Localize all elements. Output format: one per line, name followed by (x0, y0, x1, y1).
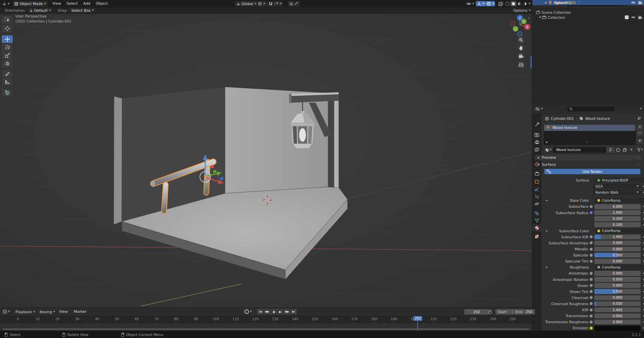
property-value-field[interactable]: ColorRamp ▼ (595, 229, 644, 234)
timeline-track-area[interactable] (0, 323, 532, 328)
remove-slot-button[interactable]: − (637, 130, 643, 136)
preview-panel-header[interactable]: ▶ Preview ⠿ (535, 155, 642, 160)
camera-view-button[interactable] (517, 52, 525, 60)
snap-toggle-group[interactable]: ▼ (267, 1, 283, 7)
pin-icon[interactable] (637, 116, 641, 121)
outliner-scene-collection-row[interactable]: Scene Collection (532, 10, 644, 15)
camera-visibility-icon[interactable] (638, 16, 642, 19)
property-value-field[interactable]: 0.000 ▼ (594, 320, 641, 325)
shading-solid-button[interactable]: ● (511, 1, 516, 6)
preview-range-button[interactable] (488, 310, 492, 314)
auto-keying-button[interactable]: ▼ (243, 309, 253, 315)
eye-icon[interactable] (631, 1, 636, 4)
show-overlays-toggle[interactable]: ▼ (485, 1, 495, 6)
material-slot-row[interactable]: Wood texture (544, 125, 635, 131)
viewport-3d[interactable] (0, 0, 532, 307)
material-filter-button[interactable]: ▼ (637, 148, 643, 152)
tool-move[interactable] (2, 35, 13, 43)
tab-material[interactable] (532, 224, 541, 232)
tab-particles[interactable] (532, 193, 541, 200)
property-value-field[interactable]: Principled BSDF ▼ (595, 178, 644, 183)
properties-editor-button[interactable]: ▼ (535, 107, 543, 111)
transform-orientation-dropdown[interactable]: Global ▼ (235, 1, 258, 7)
property-value-field[interactable]: 0.500 ▼ (594, 253, 641, 258)
property-value-field[interactable]: 0.000 ▼ (594, 295, 641, 300)
property-value-field[interactable]: 1.000 ▼ (594, 210, 641, 215)
expand-property-icon[interactable]: ▶ (546, 199, 548, 202)
region-scroll-indicator[interactable] (531, 56, 532, 68)
material-users-count[interactable]: 2 (606, 147, 614, 153)
jump-to-end-button[interactable]: ▶| (290, 309, 297, 315)
zoom-view-button[interactable] (517, 36, 525, 44)
shading-material-button[interactable]: ◐ (517, 1, 522, 6)
tab-render[interactable] (532, 131, 541, 138)
previous-keyframe-button[interactable]: ◀◆ (264, 309, 270, 315)
drag-mode-dropdown[interactable]: Select Box ▼ (69, 8, 95, 13)
mode-dropdown[interactable]: Object Mode ▼ (13, 1, 48, 7)
tab-view-layer[interactable] (532, 146, 541, 153)
tool-annotate[interactable] (2, 69, 13, 78)
tab-modifiers[interactable] (532, 185, 541, 193)
play-button[interactable]: ▶ (277, 309, 283, 315)
orientation-default-dropdown[interactable]: Default ▼ (28, 8, 53, 13)
unlink-material-button[interactable]: × (628, 147, 635, 153)
tool-add-cube[interactable] (2, 89, 13, 97)
property-value-field[interactable]: 0.000 ▼ (594, 247, 641, 252)
tab-output[interactable] (532, 138, 541, 146)
slot-list-expand-icon[interactable]: ▶ (546, 141, 548, 144)
tool-scale[interactable] (2, 51, 13, 59)
tab-constraints[interactable] (532, 209, 541, 217)
show-gizmo-toggle[interactable]: ▼ (476, 1, 485, 6)
jump-to-start-button[interactable]: |◀ (257, 309, 263, 315)
browse-material-button[interactable]: ▼ (544, 147, 553, 153)
tab-tool[interactable] (532, 121, 541, 128)
menu-object[interactable]: Object (93, 0, 110, 7)
menu-select[interactable]: Select (64, 0, 80, 7)
slot-specials-button[interactable]: ▼ (637, 139, 643, 144)
sidebar-collapse-arrow[interactable]: ‹ (528, 15, 529, 20)
property-value-field[interactable]: 0.100 ▼ (594, 222, 641, 227)
tab-object-data[interactable] (532, 217, 541, 224)
timeline-ruler[interactable]: 0 10 20 30 40 50 60 70 80 90 (0, 316, 532, 323)
add-slot-button[interactable]: + (637, 124, 643, 130)
fake-user-button[interactable] (615, 147, 621, 153)
shading-wireframe-button[interactable]: ◯ (504, 1, 510, 6)
timeline-marker-menu[interactable]: Marker (71, 308, 89, 316)
property-value-field[interactable]: 0.500 ▼ (594, 289, 641, 294)
property-value-field[interactable]: ColorRamp ▼ (595, 265, 644, 270)
tool-transform[interactable] (2, 60, 13, 68)
current-frame-field[interactable]: 202 (464, 309, 489, 315)
collection-checkbox[interactable]: ✓ (625, 15, 629, 19)
tab-texture[interactable] (532, 233, 541, 240)
expand-property-icon[interactable]: ▶ (546, 230, 548, 232)
perspective-toggle-button[interactable] (517, 61, 525, 68)
property-value-field[interactable]: 0.200 ▼ (594, 216, 641, 221)
property-value-field[interactable]: ▼ (594, 326, 641, 331)
breadcrumb-object[interactable]: Cylinder.001 (551, 116, 574, 121)
playback-menu[interactable]: Playback▼ (13, 308, 37, 316)
timeline-scrollbar[interactable] (3, 328, 529, 330)
tool-cursor[interactable] (2, 25, 13, 33)
timeline-editor-button[interactable]: ▼ (3, 309, 10, 314)
shading-rendered-button[interactable]: ◑ (522, 1, 528, 6)
collection-expand-icon[interactable]: ▼ (538, 16, 542, 19)
options-dropdown[interactable]: Options ▼ (513, 8, 531, 13)
use-nodes-button[interactable]: Use Nodes (544, 169, 640, 174)
tab-collection-props[interactable] (532, 170, 541, 177)
expand-property-icon[interactable]: ▶ (546, 266, 548, 269)
item-expand-icon[interactable]: ▶ (544, 1, 548, 4)
shading-dropdown-chevron[interactable]: ▼ (529, 3, 530, 5)
editor-type-button[interactable]: ▼ (0, 1, 11, 6)
property-value-field[interactable]: GGX ▼ (593, 184, 641, 189)
tool-rotate[interactable] (2, 43, 13, 51)
menu-view[interactable]: View (50, 0, 64, 7)
breadcrumb-material[interactable]: Wood texture (585, 116, 610, 121)
tab-physics[interactable] (532, 200, 541, 207)
next-keyframe-button[interactable]: ◆▶ (284, 309, 290, 315)
new-material-button[interactable] (622, 147, 628, 153)
property-value-field[interactable]: 0.000 ▼ (594, 204, 641, 209)
outliner-collection-row[interactable]: ▼ Collection ✓ (532, 15, 644, 20)
property-value-field[interactable]: 1.400 ▼ (594, 235, 641, 240)
tool-select-box[interactable] (2, 16, 13, 24)
tool-measure[interactable] (2, 78, 13, 86)
